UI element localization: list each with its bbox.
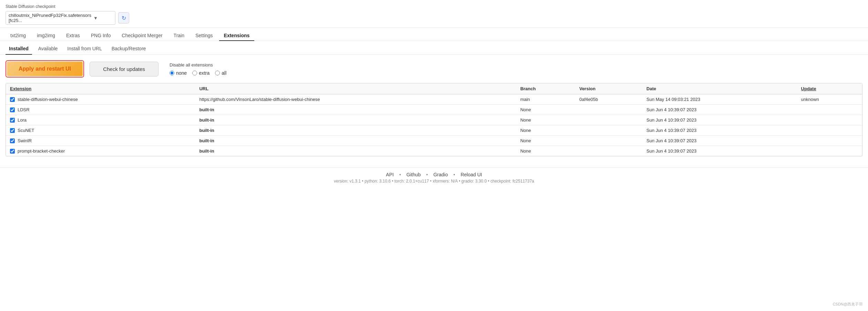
col-date: Date [642,83,797,94]
table-row: LDSR built-inNoneSun Jun 4 10:39:07 2023 [6,105,862,115]
main-nav-tabs: txt2img img2img Extras PNG Info Checkpoi… [0,28,868,41]
tab-extensions[interactable]: Extensions [219,31,255,41]
footer: API • Github • Gradio • Reload UI versio… [0,167,868,188]
radio-none[interactable]: none [170,70,187,76]
extension-branch: None [516,146,575,156]
table-row: SwinIR built-inNoneSun Jun 4 10:39:07 20… [6,136,862,146]
col-update: Update [797,83,862,94]
radio-extra[interactable]: extra [192,70,210,76]
tab-img2img[interactable]: img2img [32,31,60,41]
table-header-row: Extension URL Branch Version Date Update [6,83,862,94]
check-updates-button[interactable]: Check for updates [90,62,159,76]
extension-branch: None [516,136,575,146]
sub-tab-install-from-url[interactable]: Install from URL [64,44,105,55]
checkpoint-label: Stable Diffusion checkpoint [6,4,862,9]
extension-date: Sun May 14 09:03:21 2023 [642,94,797,105]
radio-none-label: none [176,70,187,76]
extension-checkbox-0[interactable]: stable-diffusion-webui-chinese [10,97,191,102]
extension-update [797,105,862,115]
extension-branch: None [516,125,575,136]
tab-png-info[interactable]: PNG Info [86,31,116,41]
disable-extensions-group: Disable all extensions none extra all [170,62,226,76]
table-row: prompt-bracket-checker built-inNoneSun J… [6,146,862,156]
extension-update [797,115,862,125]
disable-all-label: Disable all extensions [170,62,226,68]
extension-url: built-in [195,146,516,156]
extension-name: stable-diffusion-webui-chinese [18,97,78,102]
extension-version [575,146,642,156]
footer-github-link[interactable]: Github [407,172,421,177]
tab-txt2img[interactable]: txt2img [6,31,31,41]
extension-branch: None [516,115,575,125]
tab-settings[interactable]: Settings [191,31,218,41]
apply-btn-wrapper: Apply and restart UI [6,60,84,77]
extension-date: Sun Jun 4 10:39:07 2023 [642,125,797,136]
extension-date: Sun Jun 4 10:39:07 2023 [642,146,797,156]
tab-train[interactable]: Train [169,31,189,41]
footer-gradio-link[interactable]: Gradio [433,172,448,177]
extension-version: 0af4e05b [575,94,642,105]
extension-update [797,136,862,146]
checkpoint-value: chilloutmix_NiPrunedFp32Fix.safetensors … [9,13,91,23]
extension-update [797,125,862,136]
extension-url: built-in [195,115,516,125]
table-row: ScuNET built-inNoneSun Jun 4 10:39:07 20… [6,125,862,136]
extension-name: Lora [18,117,27,123]
col-url: URL [195,83,516,94]
col-branch: Branch [516,83,575,94]
footer-version-info: version: v1.3.1 • python: 3.10.6 • torch… [6,179,862,184]
sub-tab-backup-restore[interactable]: Backup/Restore [108,44,150,55]
extension-version [575,125,642,136]
radio-group: none extra all [170,70,226,76]
extension-name: LDSR [18,107,30,112]
extension-version [575,115,642,125]
extension-checkbox-1[interactable]: LDSR [10,107,191,112]
refresh-checkpoint-button[interactable]: ↻ [118,12,129,23]
extension-url: https://github.com/VinsonLaro/stable-dif… [195,94,516,105]
extensions-sub-tabs: Installed Available Install from URL Bac… [0,41,868,55]
footer-api-link[interactable]: API [386,172,394,177]
col-version: Version [575,83,642,94]
extension-checkbox-3[interactable]: ScuNET [10,128,191,133]
extension-checkbox-4[interactable]: SwinIR [10,138,191,143]
sub-tab-installed[interactable]: Installed [6,44,32,55]
extension-name: ScuNET [18,128,34,133]
extension-checkbox-5[interactable]: prompt-bracket-checker [10,148,191,154]
footer-reload-ui-link[interactable]: Reload UI [461,172,482,177]
extension-version [575,105,642,115]
extension-update: unknown [797,94,862,105]
extension-url: built-in [195,125,516,136]
table-row: stable-diffusion-webui-chinese https://g… [6,94,862,105]
refresh-icon: ↻ [122,15,126,21]
action-bar: Apply and restart UI Check for updates D… [0,55,868,83]
table-row: Lora built-inNoneSun Jun 4 10:39:07 2023 [6,115,862,125]
extension-version [575,136,642,146]
extension-branch: None [516,105,575,115]
tab-extras[interactable]: Extras [61,31,85,41]
extensions-table: Extension URL Branch Version Date Update… [6,83,862,156]
extension-name: SwinIR [18,138,32,143]
radio-extra-label: extra [199,70,210,76]
extension-update [797,146,862,156]
extension-checkbox-2[interactable]: Lora [10,117,191,123]
top-bar: Stable Diffusion checkpoint chilloutmix_… [0,0,868,28]
extension-url: built-in [195,136,516,146]
extension-url: built-in [195,105,516,115]
chevron-down-icon: ▼ [93,15,113,21]
checkpoint-select[interactable]: chilloutmix_NiPrunedFp32Fix.safetensors … [6,11,115,25]
radio-all-label: all [222,70,226,76]
extension-name: prompt-bracket-checker [18,148,65,154]
radio-all[interactable]: all [215,70,226,76]
extension-date: Sun Jun 4 10:39:07 2023 [642,136,797,146]
tab-checkpoint-merger[interactable]: Checkpoint Merger [117,31,167,41]
apply-restart-button[interactable]: Apply and restart UI [7,62,83,76]
sub-tab-available[interactable]: Available [35,44,61,55]
checkpoint-row: chilloutmix_NiPrunedFp32Fix.safetensors … [6,11,862,25]
extension-branch: main [516,94,575,105]
footer-links: API • Github • Gradio • Reload UI [6,172,862,177]
col-extension: Extension [6,83,195,94]
extension-date: Sun Jun 4 10:39:07 2023 [642,115,797,125]
extension-date: Sun Jun 4 10:39:07 2023 [642,105,797,115]
